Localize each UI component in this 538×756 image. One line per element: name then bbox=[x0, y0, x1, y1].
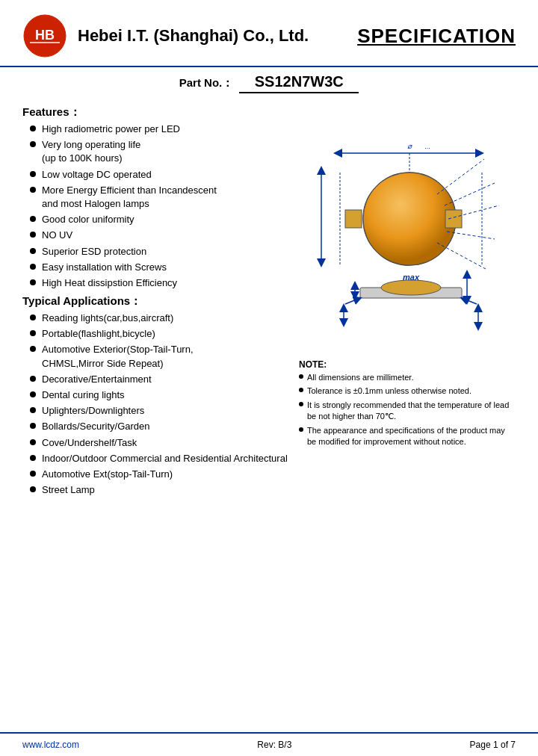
svg-text:⌀: ⌀ bbox=[407, 142, 412, 150]
list-item: Easy installation with Screws bbox=[30, 261, 291, 274]
bullet-dot bbox=[30, 486, 36, 492]
list-item: Automotive Exterior(Stop-Tail-Turn,CHMSL… bbox=[30, 343, 291, 370]
led-diagram: ⌀ ... max max bbox=[299, 108, 508, 347]
bullet-dot bbox=[30, 391, 36, 397]
list-item: Cove/Undershelf/Task bbox=[30, 436, 291, 450]
bullet-dot bbox=[30, 171, 36, 177]
list-item: NO UV bbox=[30, 229, 291, 242]
app-text: Dental curing lights bbox=[42, 388, 291, 402]
header: HB LOGO HB Hebei I.T. (Shanghai) Co., Lt… bbox=[0, 0, 538, 67]
note-item: It is strongly recommended that the temp… bbox=[299, 400, 516, 423]
bullet-dot bbox=[30, 346, 36, 352]
svg-rect-6 bbox=[30, 42, 60, 43]
list-item: Low voltage DC operated bbox=[30, 168, 291, 182]
applications-title: Typical Applications： bbox=[22, 294, 291, 309]
note-text: All dimensions are millimeter. bbox=[307, 372, 413, 383]
list-item: More Energy Efficient than Incandescenta… bbox=[30, 184, 291, 211]
bullet-dot bbox=[30, 126, 36, 131]
features-title: Features： bbox=[22, 105, 291, 120]
left-column: Features： High radiometric power per LED… bbox=[22, 101, 291, 501]
footer: www.lcdz.com Rev: B/3 Page 1 of 7 bbox=[0, 732, 538, 756]
bullet-dot bbox=[30, 232, 36, 238]
part-number-row: Part No.： SS12N7W3C bbox=[0, 67, 538, 98]
app-text: Cove/Undershelf/Task bbox=[42, 436, 291, 450]
note-list: All dimensions are millimeter. Tolerance… bbox=[299, 372, 516, 447]
note-item: Tolerance is ±0.1mm unless otherwise not… bbox=[299, 385, 516, 397]
bullet-dot bbox=[30, 216, 36, 222]
footer-page: Page 1 of 7 bbox=[470, 740, 516, 750]
features-list: High radiometric power per LED Very long… bbox=[22, 123, 291, 290]
list-item: Dental curing lights bbox=[30, 388, 291, 402]
feature-text: Good color uniformity bbox=[42, 213, 291, 226]
list-item: Portable(flashlight,bicycle) bbox=[30, 327, 291, 341]
feature-text: Very long operating life(up to 100K hour… bbox=[42, 138, 291, 165]
list-item: High radiometric power per LED bbox=[30, 123, 291, 136]
list-item: Bollards/Security/Garden bbox=[30, 420, 291, 433]
svg-text:HB: HB bbox=[35, 28, 55, 43]
bullet-dot bbox=[30, 248, 36, 254]
svg-line-19 bbox=[447, 232, 495, 239]
svg-rect-10 bbox=[445, 210, 462, 228]
bullet-dot bbox=[30, 330, 36, 336]
note-item: The appearance and specifications of the… bbox=[299, 425, 516, 448]
feature-text: Low voltage DC operated bbox=[42, 168, 291, 182]
svg-rect-9 bbox=[345, 210, 362, 228]
svg-text:...: ... bbox=[424, 143, 430, 150]
svg-line-30 bbox=[462, 298, 477, 304]
bullet-dot bbox=[30, 439, 36, 445]
list-item: Reading lights(car,bus,aircraft) bbox=[30, 312, 291, 325]
bullet-dot bbox=[30, 455, 36, 461]
feature-text: More Energy Efficient than Incandescenta… bbox=[42, 184, 291, 211]
company-logo: HB LOGO HB bbox=[22, 13, 67, 58]
list-item: Street Lamp bbox=[30, 483, 291, 497]
footer-revision: Rev: B/3 bbox=[257, 740, 291, 750]
list-item: Good color uniformity bbox=[30, 213, 291, 226]
bullet-dot bbox=[30, 264, 36, 270]
right-column: ⌀ ... max max bbox=[291, 101, 516, 501]
bullet-dot bbox=[299, 388, 303, 392]
list-item: Indoor/Outdoor Commercial and Residentia… bbox=[30, 452, 291, 465]
applications-list: Reading lights(car,bus,aircraft) Portabl… bbox=[22, 312, 291, 497]
list-item: Automotive Ext(stop-Tail-Turn) bbox=[30, 468, 291, 481]
list-item: Uplighters/Downlighters bbox=[30, 404, 291, 418]
bullet-dot bbox=[30, 423, 36, 429]
feature-text: High Heat dissipstion Efficiency bbox=[42, 276, 291, 290]
company-name: Hebei I.T. (Shanghai) Co., Ltd. bbox=[78, 26, 357, 46]
part-number: SS12N7W3C bbox=[239, 73, 359, 93]
note-text: Tolerance is ±0.1mm unless otherwise not… bbox=[307, 385, 471, 397]
app-text: Decorative/Entertainment bbox=[42, 373, 291, 386]
list-item: Superior ESD protection bbox=[30, 245, 291, 258]
spec-title: SPECIFICATION bbox=[357, 25, 516, 48]
bullet-dot bbox=[299, 402, 303, 406]
bullet-dot bbox=[299, 427, 303, 432]
bullet-dot bbox=[30, 315, 36, 320]
svg-point-8 bbox=[363, 173, 456, 265]
bullet-dot bbox=[30, 141, 36, 147]
main-content: Features： High radiometric power per LED… bbox=[0, 98, 538, 509]
bullet-dot bbox=[299, 374, 303, 379]
bullet-dot bbox=[30, 376, 36, 382]
note-title: NOTE: bbox=[299, 359, 516, 370]
app-text: Indoor/Outdoor Commercial and Residentia… bbox=[42, 452, 291, 465]
bullet-dot bbox=[30, 187, 36, 193]
bullet-dot bbox=[30, 279, 36, 285]
app-text: Reading lights(car,bus,aircraft) bbox=[42, 312, 291, 325]
note-section: NOTE: All dimensions are millimeter. Tol… bbox=[299, 355, 516, 454]
feature-text: High radiometric power per LED bbox=[42, 123, 291, 136]
feature-text: NO UV bbox=[42, 229, 291, 242]
footer-website: www.lcdz.com bbox=[22, 740, 79, 750]
bullet-dot bbox=[30, 407, 36, 413]
svg-text:max: max bbox=[403, 273, 420, 282]
app-text: Street Lamp bbox=[42, 483, 291, 497]
app-text: Bollards/Security/Garden bbox=[42, 420, 291, 433]
bullet-dot bbox=[30, 471, 36, 477]
app-text: Uplighters/Downlighters bbox=[42, 404, 291, 418]
feature-text: Easy installation with Screws bbox=[42, 261, 291, 274]
app-text: Automotive Exterior(Stop-Tail-Turn,CHMSL… bbox=[42, 343, 291, 370]
part-label: Part No.： bbox=[179, 76, 234, 90]
note-text: It is strongly recommended that the temp… bbox=[307, 400, 516, 423]
diagram-svg: ⌀ ... max max bbox=[299, 108, 508, 347]
app-text: Automotive Ext(stop-Tail-Turn) bbox=[42, 468, 291, 481]
note-text: The appearance and specifications of the… bbox=[307, 425, 516, 448]
list-item: Very long operating life(up to 100K hour… bbox=[30, 138, 291, 165]
